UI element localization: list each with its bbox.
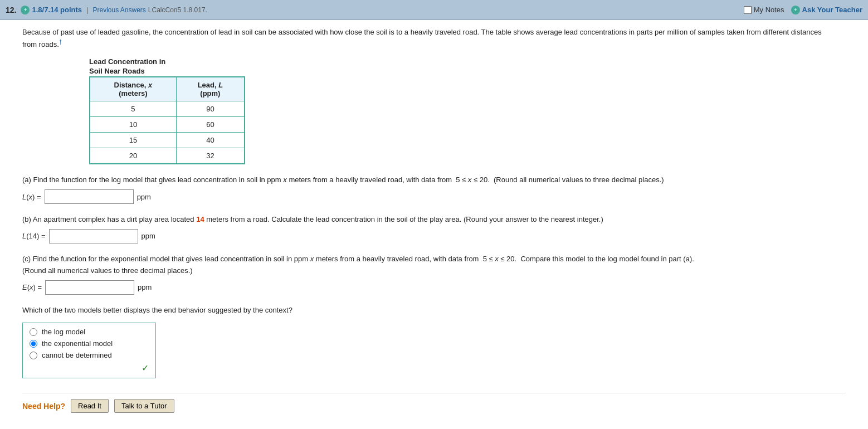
talk-to-tutor-button[interactable]: Talk to a Tutor [114,399,174,413]
table-row: 1060 [90,117,245,133]
part-a: (a) Find the function for the log model … [22,174,846,204]
radio-log-label[interactable]: the log model [42,328,85,336]
part-c-input[interactable] [45,280,134,295]
radio-group: the log model the exponential model cann… [22,323,156,378]
divider: | [86,6,88,14]
part-b-text: (b) An apartment complex has a dirt play… [22,214,846,226]
part-c-input-row: E(x) = ppm [22,280,846,295]
distance-cell: 10 [90,117,176,133]
data-table-container: Lead Concentration in Soil Near Roads Di… [89,57,846,164]
notes-label: My Notes [754,6,784,14]
radio-exponential-model[interactable] [30,340,37,348]
radio-cannot-determined[interactable] [30,352,37,359]
table-title-line2: Soil Near Roads [89,67,846,75]
lead-cell: 90 [176,101,245,117]
ask-teacher-icon: + [791,6,800,14]
part-b-input[interactable] [49,229,138,243]
lead-cell: 40 [176,133,245,148]
part-c-input-label: E(x) = [22,283,42,291]
main-content: Because of past use of leaded gasoline, … [0,20,868,424]
distance-cell: 5 [90,101,176,117]
course-code: LCalcCon5 1.8.017. [148,6,207,14]
radio-log-model[interactable] [30,328,37,336]
part-b: (b) An apartment complex has a dirt play… [22,214,846,243]
table-title-line1: Lead Concentration in [89,57,846,66]
part-b-input-row: L(14) = ppm [22,229,846,243]
dagger: † [59,39,62,45]
table-row: 1540 [90,133,245,148]
distance-cell: 20 [90,148,176,164]
part-c: (c) Find the function for the exponentia… [22,254,846,295]
part-b-input-label: L(14) = [22,232,46,240]
question-number: 12. [6,6,16,14]
ask-teacher-label[interactable]: Ask Your Teacher [802,6,862,14]
col2-header: Lead, L(ppm) [176,77,245,101]
need-help-section: Need Help? Read It Talk to a Tutor [22,393,846,413]
part-b-unit: ppm [142,232,155,240]
read-it-button[interactable]: Read It [71,399,109,413]
part-a-input[interactable] [45,189,134,204]
need-help-label: Need Help? [22,402,65,411]
header-bar: 12. + 1.8/7.14 points | Previous Answers… [0,0,868,20]
part-c-unit: ppm [138,283,152,291]
radio-cannot-label[interactable]: cannot be determined [42,351,112,359]
points-text: 1.8/7.14 points [32,6,82,14]
table-row: 590 [90,101,245,117]
part-a-text: (a) Find the function for the log model … [22,174,846,186]
part-c-text: (c) Find the function for the exponentia… [22,254,846,277]
lead-concentration-table: Distance, x(meters) Lead, L(ppm) 5901060… [89,76,245,164]
lead-cell: 60 [176,117,245,133]
distance-cell: 15 [90,133,176,148]
lead-cell: 32 [176,148,245,164]
which-model-section: Which of the two models better displays … [22,305,846,383]
checkmark-icon: ✓ [30,363,149,373]
part-a-input-row: L(x) = ppm [22,189,846,204]
radio-item-cannot: cannot be determined [30,351,149,359]
notes-checkbox[interactable] [744,6,752,14]
part-a-unit: ppm [137,193,151,201]
radio-exponential-label[interactable]: the exponential model [42,339,113,348]
which-model-question: Which of the two models better displays … [22,305,846,316]
part-a-input-label: L(x) = [22,193,41,201]
radio-item-log: the log model [30,328,149,336]
intro-text: Because of past use of leaded gasoline, … [22,27,836,50]
highlight-14: 14 [196,215,204,223]
notes-button[interactable]: My Notes [744,6,784,14]
table-row: 2032 [90,148,245,164]
col1-header: Distance, x(meters) [90,77,176,101]
points-icon: + [21,6,30,14]
radio-item-exponential: the exponential model [30,339,149,348]
prev-answers-link[interactable]: Previous Answers [92,6,145,14]
